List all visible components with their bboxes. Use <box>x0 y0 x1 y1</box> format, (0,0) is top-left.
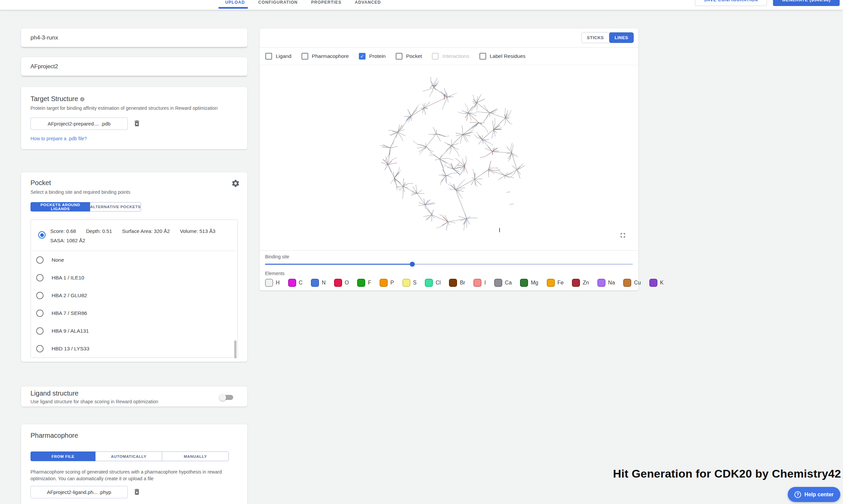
element-symbol: C <box>299 280 303 286</box>
active-tab-indicator <box>219 7 248 9</box>
delete-target-file-button[interactable] <box>133 120 141 128</box>
pocket-radio[interactable] <box>36 327 44 335</box>
element-legend-item: I <box>474 279 485 287</box>
pharmacophore-title: Pharmacophore <box>31 432 238 439</box>
pocket-radio[interactable] <box>36 292 44 299</box>
molecule-canvas[interactable] <box>260 65 638 250</box>
project-name-input[interactable]: AFproject2 <box>21 57 247 76</box>
help-center-label: Help center <box>805 492 833 498</box>
element-color-swatch <box>288 279 296 287</box>
layer-label: Interactions <box>442 53 469 59</box>
pocket-settings-button[interactable] <box>231 179 240 189</box>
element-symbol: Br <box>460 280 465 286</box>
checkbox[interactable] <box>265 53 272 59</box>
layer-toggle-label-residues[interactable]: Label Residues <box>480 53 526 59</box>
ligand-structure-title: Ligand structure <box>31 390 158 397</box>
save-configuration-button[interactable]: SAVE CONFIGURATION <box>695 0 767 6</box>
help-center-button[interactable]: ? Help center <box>788 487 840 502</box>
element-legend-item: H <box>265 279 280 287</box>
layer-toggle-pocket[interactable]: Pocket <box>396 53 422 59</box>
elements-label: Elements <box>265 271 633 276</box>
viewer-layer-toggles: LigandPharmacophore✓ProteinPocketInterac… <box>260 48 638 65</box>
selected-pocket-option[interactable]: Score: 0.68Depth: 0.51Surface Area: 320 … <box>31 220 238 251</box>
segment-manually[interactable]: MANUALLY <box>162 451 229 461</box>
pocket-list-scrollbar[interactable] <box>234 340 237 358</box>
fullscreen-button[interactable] <box>619 232 626 240</box>
pharmacophore-description: Pharmacophore scoring of generated struc… <box>31 469 238 482</box>
layer-toggle-protein[interactable]: ✓Protein <box>359 53 386 59</box>
pocket-option-label: HBA 2 / GLU82 <box>52 292 87 299</box>
mode-sticks-button[interactable]: STICKS <box>582 33 609 43</box>
element-symbol: Mg <box>531 280 538 286</box>
pocket-stats-line1: Score: 0.68Depth: 0.51Surface Area: 320 … <box>50 227 225 236</box>
pocket-radio[interactable] <box>36 256 44 264</box>
pocket-option-label: HBA 1 / ILE10 <box>52 275 84 281</box>
page: UPLOADCONFIGURATIONPROPERTIESADVANCED SA… <box>0 0 843 504</box>
pocket-stat: Depth: 0.51 <box>86 228 112 234</box>
segment-pockets-around-ligands[interactable]: POCKETS AROUND LIGANDS <box>31 202 90 212</box>
top-actions: SAVE CONFIGURATION GENERATE ($543.96) <box>695 0 840 6</box>
checkbox[interactable] <box>480 53 486 59</box>
target-pdb-file-chip[interactable]: AFproject2-prepared.... .pdb <box>31 118 128 130</box>
pocket-title: Pocket <box>31 179 238 187</box>
element-symbol: Na <box>608 280 615 286</box>
toggle-thumb <box>219 394 226 401</box>
target-structure-card: Target Structurei Protein target for bin… <box>21 87 247 149</box>
mode-lines-button[interactable]: LINES <box>609 33 634 43</box>
element-color-swatch <box>311 279 319 287</box>
binding-site-slider[interactable] <box>265 262 633 267</box>
element-symbol: I <box>484 280 485 286</box>
delete-pharmacophore-file-button[interactable] <box>133 488 141 497</box>
pocket-radio[interactable] <box>36 274 44 282</box>
element-color-swatch <box>425 279 433 287</box>
pocket-radio[interactable] <box>36 345 44 353</box>
element-color-swatch <box>547 279 555 287</box>
element-legend-item: Zn <box>572 279 589 287</box>
element-color-swatch <box>334 279 342 287</box>
info-icon[interactable]: i <box>80 97 84 102</box>
ligand-structure-card: Ligand structure Use ligand structure fo… <box>21 386 247 407</box>
target-structure-title: Target Structure <box>31 95 78 103</box>
checkbox[interactable]: ✓ <box>359 53 365 59</box>
pocket-option-row[interactable]: HBA 9 / ALA131 <box>31 322 238 340</box>
ligand-structure-toggle[interactable] <box>220 395 233 400</box>
pocket-stat: Score: 0.68 <box>50 228 76 234</box>
tab-advanced[interactable]: ADVANCED <box>348 0 388 10</box>
elements-legend: HCNOFPSClBrICaMgFeZnNaCuK <box>265 279 633 287</box>
pocket-option-row[interactable]: HBA 7 / SER86 <box>31 304 238 322</box>
pocket-option-row[interactable]: None <box>31 251 238 269</box>
element-symbol: O <box>345 280 349 286</box>
tab-configuration[interactable]: CONFIGURATION <box>252 0 305 10</box>
question-mark-icon: ? <box>794 491 801 498</box>
element-symbol: K <box>660 280 664 286</box>
protein-wireframe <box>260 65 638 250</box>
how-to-prepare-pdb-link[interactable]: How to prepare a .pdb file? <box>31 136 238 141</box>
layer-toggle-ligand[interactable]: Ligand <box>265 53 292 59</box>
element-legend-item: C <box>288 279 303 287</box>
pharmacophore-card: Pharmacophore FROM FILEAUTOMATICALLYMANU… <box>21 424 247 504</box>
segment-alternative-pockets[interactable]: ALTERNATIVE POCKETS <box>90 202 141 212</box>
run-name-input[interactable]: ph4-3-runx <box>21 29 247 48</box>
generate-button[interactable]: GENERATE ($543.96) <box>773 0 840 6</box>
layer-label: Pharmacophore <box>312 53 349 59</box>
pocket-card: Pocket Select a binding site and require… <box>21 172 247 362</box>
pocket-radio-selected[interactable] <box>38 231 46 239</box>
slider-thumb[interactable] <box>410 262 415 267</box>
pocket-option-row[interactable]: HBD 13 / LYS33 <box>31 340 238 357</box>
segment-from-file[interactable]: FROM FILE <box>31 451 96 461</box>
checkbox[interactable] <box>302 53 308 59</box>
pocket-radio[interactable] <box>36 309 44 317</box>
tab-properties[interactable]: PROPERTIES <box>304 0 348 10</box>
pocket-option-row[interactable]: HBA 2 / GLU82 <box>31 286 238 304</box>
molecule-viewer-card: STICKSLINES LigandPharmacophore✓ProteinP… <box>260 29 638 290</box>
layer-toggle-pharmacophore[interactable]: Pharmacophore <box>302 53 349 59</box>
element-symbol: Cl <box>435 280 441 286</box>
element-symbol: N <box>322 280 326 286</box>
checkbox[interactable] <box>396 53 402 59</box>
pocket-option-row[interactable]: HBA 1 / ILE10 <box>31 269 238 286</box>
segment-automatically[interactable]: AUTOMATICALLY <box>96 451 162 461</box>
element-legend-item: S <box>402 279 417 287</box>
element-color-swatch <box>402 279 410 287</box>
pharmacophore-file-chip[interactable]: AFproject2-ligand.ph... .phyp <box>31 486 128 498</box>
element-color-swatch <box>449 279 457 287</box>
